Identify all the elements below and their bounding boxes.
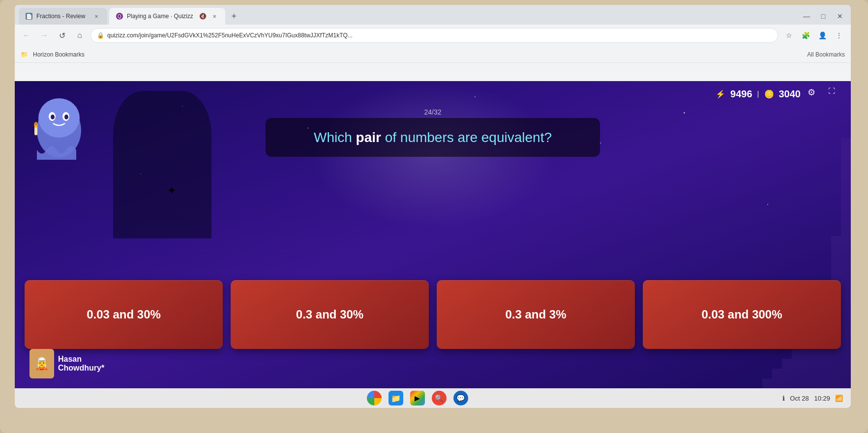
answer-b-button[interactable]: 0.3 and 30% — [231, 280, 429, 349]
question-text-part2: of numbers are equivalent? — [381, 130, 552, 145]
question-text-part1: Which — [314, 130, 356, 145]
settings-gear-icon[interactable]: ⚙ — [808, 87, 821, 101]
files-taskbar-icon[interactable]: 📁 — [389, 391, 403, 405]
ghost-mascot — [30, 96, 93, 174]
player-name-line1: Hasan — [58, 355, 104, 364]
home-button[interactable]: ⌂ — [73, 29, 87, 42]
cursor-character: ✦ — [167, 184, 176, 197]
forward-button[interactable]: → — [37, 29, 51, 42]
tab-fractions[interactable]: 📄 Fractions - Review ✕ — [19, 8, 107, 25]
score-separator: | — [757, 90, 759, 98]
score-value: 9496 — [730, 88, 752, 100]
svg-point-4 — [51, 115, 55, 119]
coins-value: 3040 — [779, 88, 801, 100]
tab-quizizz-label: Playing a Game · Quizizz — [127, 13, 193, 20]
answers-grid: 0.03 and 30% 0.3 and 30% 0.3 and 3% 0.03… — [25, 280, 841, 349]
answer-d-button[interactable]: 0.03 and 300% — [643, 280, 841, 349]
url-text: quizizz.com/join/game/U2FsdGVkX1%252F5nu… — [107, 32, 353, 39]
maximize-button[interactable]: □ — [816, 9, 830, 23]
lock-icon: 🔒 — [97, 32, 104, 39]
question-text-bold: pair — [356, 130, 381, 145]
screen: 📄 Fractions - Review ✕ Q Playing a Game … — [15, 5, 851, 408]
laptop-frame: 📄 Fractions - Review ✕ Q Playing a Game … — [0, 0, 868, 433]
tab-quizizz-close[interactable]: ✕ — [210, 12, 218, 20]
tab-fractions-close[interactable]: ✕ — [92, 12, 100, 20]
taskbar-date: Oct 28 — [790, 395, 808, 402]
question-box: Which pair of numbers are equivalent? — [266, 118, 600, 157]
nav-bar: ← → ↺ ⌂ 🔒 quizizz.com/join/game/U2FsdGVk… — [15, 25, 851, 46]
score-display: ⚡ 9496 | 🪙 3040 — [716, 88, 801, 100]
search-taskbar-icon[interactable]: 🔍 — [432, 391, 447, 405]
back-button[interactable]: ← — [20, 29, 33, 42]
tab-quizizz[interactable]: Q Playing a Game · Quizizz 🔇 ✕ — [109, 8, 225, 25]
question-counter: 24/32 — [424, 108, 441, 116]
nav-right: ☆ 🧩 👤 ⋮ — [782, 29, 846, 42]
ghost-svg — [30, 96, 89, 165]
svg-point-5 — [64, 115, 68, 119]
answer-c-button[interactable]: 0.3 and 3% — [437, 280, 635, 349]
taskbar-time: 10:29 — [814, 395, 830, 402]
tab-quizizz-favicon: Q — [116, 13, 123, 20]
player-name-line2: Chowdhury* — [58, 364, 104, 373]
question-text: Which pair of numbers are equivalent? — [283, 128, 582, 147]
score-area: ⚡ 9496 | 🪙 3040 ⚙ ⛶ — [716, 87, 842, 101]
extension-puzzle-icon[interactable]: 🧩 — [799, 29, 812, 42]
taskbar-wifi-icon: 📶 — [835, 395, 843, 402]
more-options-icon[interactable]: ⋮ — [832, 29, 846, 42]
browser-chrome: 📄 Fractions - Review ✕ Q Playing a Game … — [15, 5, 851, 81]
window-close-button[interactable]: ✕ — [833, 9, 847, 23]
player-info: 🧝 Hasan Chowdhury* — [30, 349, 104, 378]
bookmarks-bar: 📁 Horizon Bookmarks All Bookmarks — [15, 46, 851, 63]
bookmarks-folder-icon: 📁 — [21, 51, 28, 58]
svg-point-1 — [38, 98, 80, 138]
player-avatar: 🧝 — [30, 349, 54, 378]
play-store-taskbar-icon[interactable]: ▶ — [410, 391, 425, 405]
question-counter-value: 24/32 — [424, 108, 441, 116]
lightning-icon: ⚡ — [716, 89, 725, 99]
tab-bar: 📄 Fractions - Review ✕ Q Playing a Game … — [15, 5, 851, 25]
taskbar-date-time: Oct 28 10:29 — [790, 395, 830, 402]
refresh-button[interactable]: ↺ — [55, 29, 69, 42]
svg-point-7 — [34, 122, 38, 128]
new-tab-button[interactable]: + — [227, 9, 241, 23]
answer-a-button[interactable]: 0.03 and 30% — [25, 280, 223, 349]
messages-taskbar-icon[interactable]: 💬 — [453, 391, 468, 405]
all-bookmarks-label[interactable]: All Bookmarks — [807, 51, 845, 58]
expand-icon[interactable]: ⛶ — [828, 87, 842, 101]
bookmark-star-icon[interactable]: ☆ — [782, 29, 796, 42]
shadow-figure — [113, 91, 211, 238]
coin-icon: 🪙 — [764, 89, 774, 99]
tab-fractions-favicon: 📄 — [26, 13, 32, 20]
game-area: ⚡ 9496 | 🪙 3040 ⚙ ⛶ — [15, 81, 851, 388]
taskbar-icons: 📁 ▶ 🔍 💬 — [367, 391, 468, 405]
tab-fractions-label: Fractions - Review — [36, 13, 85, 20]
address-bar[interactable]: 🔒 quizizz.com/join/game/U2FsdGVkX1%252F5… — [90, 28, 778, 43]
taskbar-right: ℹ Oct 28 10:29 📶 — [782, 395, 843, 402]
tab-mute-icon[interactable]: 🔇 — [199, 13, 207, 20]
taskbar: 📁 ▶ 🔍 💬 ℹ Oct 28 10:29 📶 — [15, 388, 851, 408]
minimize-button[interactable]: — — [800, 9, 813, 23]
profile-icon[interactable]: 👤 — [815, 29, 829, 42]
taskbar-info-icon: ℹ — [782, 395, 785, 402]
chrome-taskbar-icon[interactable] — [367, 391, 382, 405]
horizon-bookmarks-label[interactable]: Horizon Bookmarks — [33, 51, 85, 58]
